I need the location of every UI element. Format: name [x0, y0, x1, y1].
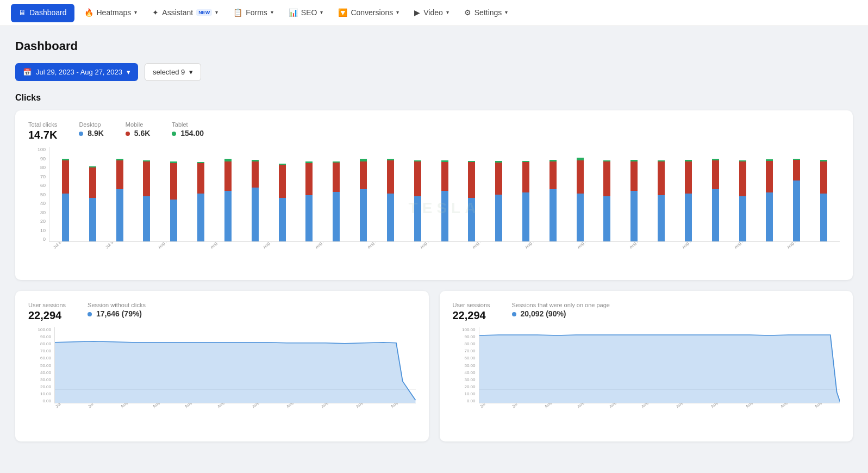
mobile-segment: [522, 162, 529, 192]
bar-stack: [685, 160, 692, 241]
mobile-segment: [170, 163, 177, 200]
bar-group: [351, 147, 376, 241]
bar-group: [188, 147, 214, 241]
no-clicks-dot: [88, 312, 92, 316]
one-page-label: Sessions that were only on one page: [512, 302, 610, 308]
bar-group: [567, 147, 593, 241]
right-area-chart-wrap: 0.00 10.00 20.00 30.00 40.00 50.00 60.00…: [453, 327, 840, 431]
desktop-segment: [116, 189, 123, 241]
one-page-dot: [512, 312, 516, 316]
desktop-segment: [333, 192, 340, 241]
desktop-segment: [224, 191, 232, 241]
desktop-segment: [766, 192, 773, 241]
nav-dashboard[interactable]: 🖥 Dashboard: [11, 4, 74, 22]
nav-forms-label: Forms: [246, 8, 267, 17]
nav-forms[interactable]: 📋 Forms ▾: [226, 0, 281, 26]
bar-group: [107, 147, 133, 241]
bar-group: [161, 147, 186, 241]
desktop-segment: [522, 192, 529, 241]
tablet-value: 154.00: [172, 129, 204, 138]
mobile-stat: Mobile 5.6K: [126, 121, 150, 141]
bar-group: [53, 147, 78, 241]
date-range-button[interactable]: 📅 Jul 29, 2023 - Aug 27, 2023 ▾: [15, 63, 138, 81]
sessions-right-stats-row: User sessions 22,294 Sessions that were …: [453, 302, 840, 322]
total-clicks-stat: Total clicks 14.7K: [28, 121, 57, 141]
user-sessions-right-stat: User sessions 22,294: [453, 302, 490, 322]
bar-group: [323, 147, 349, 241]
nav-seo[interactable]: 📊 SEO ▾: [281, 0, 331, 26]
sessions-one-page-card: User sessions 22,294 Sessions that were …: [440, 291, 853, 441]
nav-heatmaps[interactable]: 🔥 Heatmaps ▾: [77, 0, 145, 26]
tablet-label: Tablet: [172, 121, 204, 128]
bar-stack: [387, 159, 394, 241]
left-y-labels: 0.00 10.00 20.00 30.00 40.00 50.00 60.00…: [28, 327, 53, 403]
nav-video[interactable]: ▶ Video ▾: [407, 0, 457, 26]
user-sessions-right-label: User sessions: [453, 302, 490, 308]
bar-stack: [495, 161, 502, 241]
bar-stack: [197, 162, 204, 241]
nav-assistant[interactable]: ✦ Assistant NEW ▾: [145, 0, 226, 26]
mobile-segment: [197, 163, 204, 194]
desktop-segment: [685, 194, 692, 241]
bar-stack: [360, 159, 367, 241]
mobile-value: 5.6K: [126, 129, 150, 138]
desktop-segment: [603, 196, 610, 241]
desktop-value: 8.9K: [79, 129, 103, 138]
desktop-segment: [252, 188, 259, 241]
bar-group: [405, 147, 430, 241]
nav-seo-label: SEO: [301, 8, 317, 17]
bar-stack: [820, 160, 827, 241]
bottom-cards: User sessions 22,294 Session without cli…: [15, 291, 853, 441]
chevron-down-icon: ▾: [127, 68, 130, 76]
nav-assistant-label: Assistant: [162, 8, 193, 17]
mobile-label: Mobile: [126, 121, 150, 128]
bar-group: [648, 147, 674, 241]
bar-group: [621, 147, 647, 241]
desktop-segment: [279, 198, 286, 241]
nav-dashboard-label: Dashboard: [29, 8, 67, 17]
controls-row: 📅 Jul 29, 2023 - Aug 27, 2023 ▾ selected…: [15, 63, 853, 81]
desktop-segment: [387, 194, 394, 241]
right-y-labels: 0.00 10.00 20.00 30.00 40.00 50.00 60.00…: [453, 327, 478, 403]
desktop-segment: [577, 194, 584, 241]
bar-group: [378, 147, 403, 241]
mobile-segment: [414, 161, 421, 196]
chevron-down-icon: ▾: [271, 9, 273, 15]
nav-heatmaps-label: Heatmaps: [97, 8, 132, 17]
desktop-label: Desktop: [79, 121, 103, 128]
nav-settings[interactable]: ⚙ Settings ▾: [457, 0, 516, 26]
heatmaps-icon: 🔥: [84, 8, 93, 17]
chevron-down-icon: ▾: [446, 9, 449, 15]
bar-chart-area: TESLA Jul 29, 2023Jul 31, 2023Aug 2, 202…: [49, 147, 840, 269]
total-clicks-value: 14.7K: [28, 129, 57, 141]
main-content: Dashboard 📅 Jul 29, 2023 - Aug 27, 2023 …: [0, 26, 868, 455]
bar-group: [80, 147, 105, 241]
bar-group: [296, 147, 322, 241]
mobile-dot: [126, 132, 130, 136]
bar-stack: [143, 160, 150, 241]
mobile-segment: [387, 160, 394, 194]
selected-dropdown[interactable]: selected 9 ▾: [145, 63, 201, 81]
user-sessions-right-value: 22,294: [453, 309, 490, 322]
desktop-stat: Desktop 8.9K: [79, 121, 103, 141]
clicks-stats-row: Total clicks 14.7K Desktop 8.9K Mobile 5…: [28, 121, 840, 141]
desktop-segment: [170, 200, 177, 241]
left-area-chart: [54, 327, 416, 403]
mobile-segment: [279, 165, 286, 198]
assistant-icon: ✦: [152, 8, 159, 17]
desktop-segment: [739, 196, 746, 241]
mobile-segment: [712, 160, 719, 189]
navbar: 🖥 Dashboard 🔥 Heatmaps ▾ ✦ Assistant NEW…: [0, 0, 868, 26]
new-badge: NEW: [196, 9, 212, 16]
nav-conversions[interactable]: 🔽 Conversions ▾: [330, 0, 407, 26]
bar-stack: [441, 160, 448, 241]
mobile-segment: [549, 161, 557, 189]
bar-stack: [577, 158, 584, 241]
mobile-segment: [658, 161, 665, 195]
right-x-labels: Jul 29, 2023 Jul 31, 2023 Aug 3, 2023 Au…: [479, 403, 840, 431]
one-page-stat: Sessions that were only on one page 20,0…: [512, 302, 610, 322]
mobile-segment: [739, 161, 746, 196]
bar-stack: [712, 159, 719, 241]
page-title: Dashboard: [15, 39, 853, 53]
dashboard-icon: 🖥: [18, 8, 26, 17]
